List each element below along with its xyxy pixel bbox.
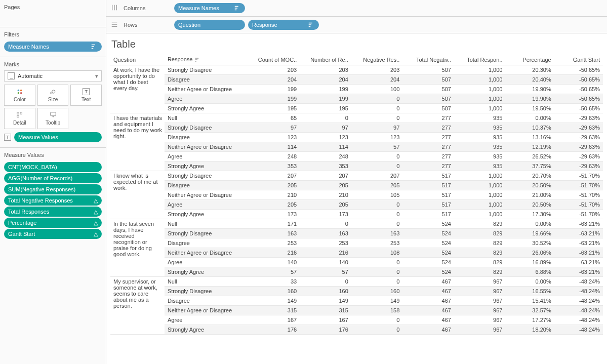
value-cell: 1,000	[454, 171, 506, 181]
table-row[interactable]: Neither Agree or Disagree1991991005071,0…	[110, 85, 603, 94]
table-row[interactable]: Neither Agree or Disagree114114572779351…	[110, 142, 603, 152]
measure-values-shelf: Measure Values CNT(MOCK_DATA)AGG(Number …	[0, 148, 106, 364]
value-cell: 829	[454, 248, 506, 258]
table-row[interactable]: Disagree2042042045071,00020.40%-50.65%	[110, 75, 603, 85]
value-cell: 467	[402, 325, 454, 335]
mv-pill[interactable]: Total Negative Responses△	[4, 195, 102, 206]
response-cell: Disagree	[165, 238, 251, 248]
mv-pill[interactable]: CNT(MOCK_DATA)	[4, 162, 102, 172]
mv-pill[interactable]: Percentage△	[4, 218, 102, 228]
value-cell: 248	[251, 152, 300, 161]
value-cell: 207	[351, 171, 403, 181]
table-row[interactable]: Disagree12312312327793513.16%-29.63%	[110, 133, 603, 142]
value-cell: 37.75%	[505, 161, 554, 171]
value-cell: 19.50%	[505, 104, 554, 113]
value-cell: 315	[300, 306, 351, 315]
column-header[interactable]: Count of MOC..	[251, 54, 300, 65]
column-header[interactable]: Response	[165, 54, 251, 65]
table-row[interactable]: Disagree2052052055171,00020.50%-51.70%	[110, 181, 603, 190]
table-row[interactable]: Strongly Disagree16016016046796716.55%-4…	[110, 287, 603, 296]
table-row[interactable]: At work, I have the opportunity to do wh…	[110, 65, 603, 75]
column-header[interactable]: Gantt Start	[554, 54, 603, 65]
value-cell: 277	[402, 142, 454, 152]
value-cell: 123	[351, 133, 403, 142]
value-cell: 26.52%	[505, 152, 554, 161]
column-header[interactable]: Negative Res..	[351, 54, 403, 65]
column-header[interactable]: Percentage	[505, 54, 554, 65]
value-cell: 0	[351, 258, 403, 267]
table-row[interactable]: Agree140140052482916.89%-63.21%	[110, 258, 603, 267]
value-cell: 173	[300, 210, 351, 219]
column-header[interactable]: Total Respon..	[454, 54, 506, 65]
table-row[interactable]: I know what is expected of me at work.St…	[110, 171, 603, 181]
delta-icon: △	[94, 209, 98, 215]
value-cell: 1,000	[454, 181, 506, 190]
value-cell: 123	[300, 133, 351, 142]
mv-pill[interactable]: SUM(Negative Responses)	[4, 184, 102, 194]
value-cell: 20.50%	[505, 181, 554, 190]
value-cell: 524	[402, 248, 454, 258]
columns-shelf[interactable]: Columns Measure Names	[106, 0, 607, 17]
columns-icon	[110, 4, 118, 12]
table-row[interactable]: Agree19919905071,00019.90%-50.65%	[110, 94, 603, 104]
measure-values-pill[interactable]: Measure Values	[14, 132, 102, 142]
table-row[interactable]: My supervisor, or someone at work, seems…	[110, 277, 603, 287]
value-cell: 163	[300, 229, 351, 238]
pages-shelf[interactable]: Pages	[0, 0, 106, 27]
mv-pill[interactable]: AGG(Number of Records)	[4, 173, 102, 183]
detail-button[interactable]: Detail	[4, 108, 35, 129]
value-cell: 0	[351, 104, 403, 113]
svg-point-3	[20, 92, 22, 94]
sort-icon	[308, 21, 315, 28]
tooltip-button[interactable]: Tooltip	[37, 108, 69, 129]
value-cell: 524	[402, 229, 454, 238]
table-row[interactable]: Agree20520505171,00020.50%-51.70%	[110, 200, 603, 210]
mv-pill[interactable]: Total Responses△	[4, 207, 102, 217]
automatic-icon: ⎯	[8, 72, 15, 79]
size-button[interactable]: Size	[37, 85, 69, 106]
value-cell: 163	[251, 229, 300, 238]
column-pill[interactable]: Measure Names	[174, 3, 245, 13]
rows-icon	[110, 21, 118, 29]
table-row[interactable]: Strongly Agree17317305171,00017.30%-51.7…	[110, 210, 603, 219]
response-cell: Neither Agree or Disagree	[165, 248, 251, 258]
column-header[interactable]: Total Negativ..	[402, 54, 454, 65]
table-row[interactable]: Neither Agree or Disagree216216108524829…	[110, 248, 603, 258]
value-cell: 829	[454, 267, 506, 277]
value-cell: 1,000	[454, 75, 506, 85]
viz-area[interactable]: Table QuestionResponseCount of MOC..Numb…	[106, 33, 607, 364]
mark-buttons-row1: Color Size T Text	[4, 85, 102, 106]
value-cell: 100	[351, 85, 403, 94]
value-cell: 32.57%	[505, 306, 554, 315]
row-pill[interactable]: Response	[248, 20, 319, 30]
table-row[interactable]: Agree167167046796717.27%-48.24%	[110, 315, 603, 325]
filter-pill-measure-names[interactable]: Measure Names	[4, 42, 102, 52]
table-row[interactable]: I have the materials and equipment I nee…	[110, 113, 603, 123]
value-cell: 140	[300, 258, 351, 267]
table-row[interactable]: Strongly Agree19519505071,00019.50%-50.6…	[110, 104, 603, 113]
table-row[interactable]: Agree248248027793526.52%-29.63%	[110, 152, 603, 161]
filters-shelf[interactable]: Filters Measure Names	[0, 27, 106, 57]
table-row[interactable]: Strongly Agree176176046796718.20%-48.24%	[110, 325, 603, 335]
column-header[interactable]: Question	[110, 54, 165, 65]
table-row[interactable]: Strongly Agree353353027793537.75%-29.63%	[110, 161, 603, 171]
response-cell: Disagree	[165, 296, 251, 306]
table-row[interactable]: Strongly Agree575705248296.88%-63.21%	[110, 267, 603, 277]
color-button[interactable]: Color	[4, 85, 35, 106]
table-row[interactable]: Neither Agree or Disagree315315158467967…	[110, 306, 603, 315]
mv-pill[interactable]: Gantt Start△	[4, 229, 102, 239]
pill-label: Measure Names	[8, 44, 49, 50]
rows-shelf[interactable]: Rows QuestionResponse	[106, 17, 607, 33]
text-button[interactable]: T Text	[70, 85, 102, 106]
measure-values-on-text[interactable]: T Measure Values	[4, 131, 102, 143]
table-row[interactable]: Strongly Disagree97979727793510.37%-29.6…	[110, 123, 603, 133]
table-row[interactable]: In the last seven days, I have received …	[110, 219, 603, 229]
value-cell: -48.24%	[554, 306, 603, 315]
row-pill[interactable]: Question	[174, 20, 245, 30]
table-row[interactable]: Neither Agree or Disagree2102101055171,0…	[110, 190, 603, 200]
table-row[interactable]: Disagree25325325352482930.52%-63.21%	[110, 238, 603, 248]
table-row[interactable]: Strongly Disagree16316316352482919.66%-6…	[110, 229, 603, 238]
column-header[interactable]: Number of Re..	[300, 54, 351, 65]
marks-type-dropdown[interactable]: ⎯ Automatic ▾	[4, 70, 102, 82]
table-row[interactable]: Disagree14914914946796715.41%-48.24%	[110, 296, 603, 306]
